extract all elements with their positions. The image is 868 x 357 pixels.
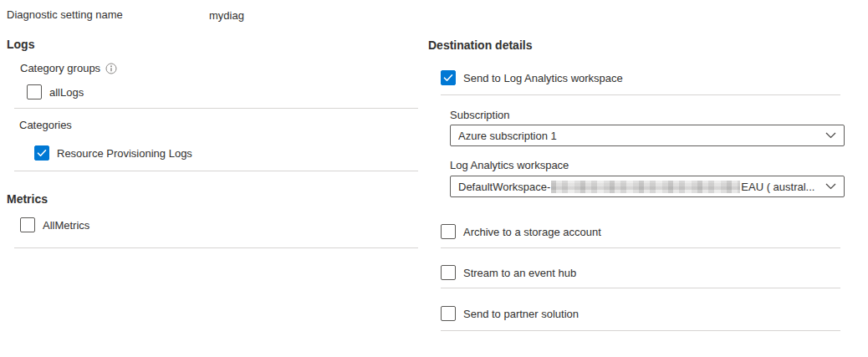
send-to-law-label: Send to Log Analytics workspace [463, 72, 623, 84]
allmetrics-row[interactable]: AllMetrics [20, 217, 89, 232]
event-hub-checkbox[interactable] [441, 265, 456, 280]
chevron-down-icon [825, 183, 836, 190]
check-icon [37, 149, 47, 157]
divider [14, 108, 418, 109]
divider [441, 247, 840, 248]
check-icon [443, 74, 453, 82]
archive-storage-checkbox[interactable] [441, 224, 456, 239]
resource-provisioning-logs-label: Resource Provisioning Logs [57, 147, 192, 160]
chevron-down-icon [825, 132, 836, 139]
metrics-section-title: Metrics [7, 192, 48, 206]
event-hub-label: Stream to an event hub [463, 267, 576, 279]
diagnostic-setting-name-value: mydiag [209, 9, 244, 22]
partner-solution-row[interactable]: Send to partner solution [441, 306, 579, 321]
subscription-value: Azure subscription 1 [458, 130, 557, 142]
subscription-label: Subscription [450, 109, 510, 121]
diagnostic-setting-name-label: Diagnostic setting name [7, 8, 123, 21]
category-row-resource-provisioning-logs[interactable]: Resource Provisioning Logs [34, 145, 192, 161]
subscription-dropdown[interactable]: Azure subscription 1 [450, 125, 845, 146]
alllogs-checkbox[interactable] [27, 84, 42, 99]
partner-solution-label: Send to partner solution [463, 308, 579, 320]
diagnostic-setting-panel: Diagnostic setting name mydiag Logs Cate… [0, 0, 868, 357]
divider [441, 330, 840, 331]
archive-storage-row[interactable]: Archive to a storage account [441, 224, 601, 239]
redacted-workspace-id [551, 181, 740, 193]
allmetrics-checkbox[interactable] [20, 217, 35, 232]
partner-solution-checkbox[interactable] [441, 306, 456, 321]
category-groups-row: Category groups [20, 62, 117, 74]
log-analytics-workspace-label: Log Analytics workspace [450, 159, 569, 171]
log-analytics-workspace-dropdown[interactable]: DefaultWorkspace- EAU ( austral... [450, 176, 845, 197]
event-hub-row[interactable]: Stream to an event hub [441, 265, 576, 280]
archive-storage-label: Archive to a storage account [463, 226, 601, 238]
divider [441, 94, 840, 95]
info-icon[interactable] [105, 63, 117, 74]
category-groups-label: Category groups [20, 62, 100, 74]
alllogs-row[interactable]: allLogs [27, 84, 84, 99]
destination-details-title: Destination details [428, 38, 532, 52]
workspace-value-prefix: DefaultWorkspace- [458, 181, 550, 193]
send-to-law-checkbox[interactable] [441, 70, 456, 85]
allmetrics-label: AllMetrics [43, 219, 89, 232]
logs-section-title: Logs [7, 38, 34, 51]
resource-provisioning-logs-checkbox[interactable] [34, 145, 49, 161]
categories-label: Categories [19, 119, 72, 131]
workspace-value-suffix: EAU ( austral... [741, 181, 814, 193]
divider [14, 247, 418, 248]
send-to-law-row[interactable]: Send to Log Analytics workspace [441, 70, 623, 85]
log-analytics-workspace-value: DefaultWorkspace- EAU ( austral... [458, 181, 814, 193]
divider [441, 288, 840, 288]
divider [14, 171, 418, 171]
alllogs-label: allLogs [49, 86, 84, 99]
